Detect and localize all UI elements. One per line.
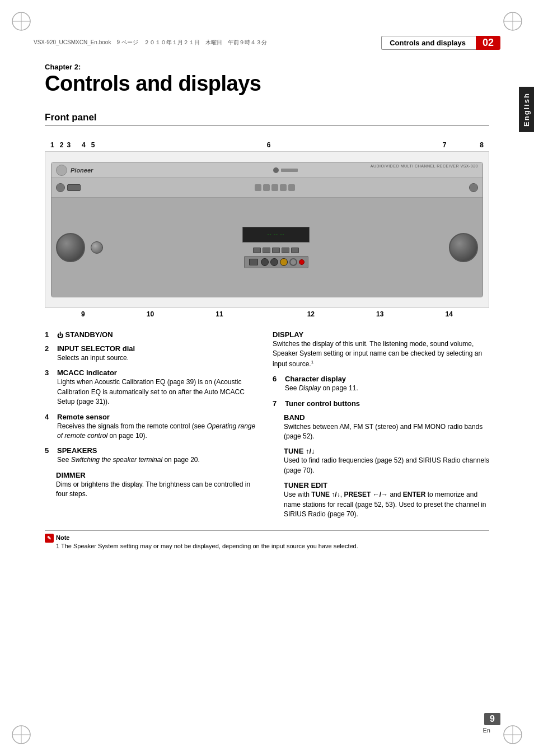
knob-right <box>449 233 478 262</box>
pioneer-logo: Pioneer <box>71 167 93 174</box>
av-btn-2 <box>270 258 278 266</box>
item-3-title: MCACC indicator <box>57 368 117 377</box>
item-6-num: 6 <box>273 375 282 383</box>
item-6-body: See Display on page 11. <box>285 384 489 393</box>
language-tab: English <box>519 87 534 132</box>
num-label-14: 14 <box>446 310 453 318</box>
page-number: 9 <box>484 713 500 725</box>
diagram-numbers-top: 1 2 3 4 5 6 7 8 <box>45 141 489 149</box>
tune-title: TUNE ↑/↓ <box>284 447 489 455</box>
av-btn-1 <box>261 258 269 266</box>
corner-decoration-tl <box>10 10 32 32</box>
knob-left <box>56 233 85 262</box>
item-display: DISPLAY Switches the display of this uni… <box>273 330 489 369</box>
usb-port <box>249 259 258 265</box>
item-7-header: 7 Tuner control buttons <box>273 399 489 408</box>
num-label-12: 12 <box>307 310 315 318</box>
right-column: DISPLAY Switches the display of this uni… <box>273 330 489 525</box>
note-label: Note <box>56 534 69 541</box>
num-label-1: 1 <box>50 141 54 149</box>
num-label-8: 8 <box>480 141 484 149</box>
num-label-10: 10 <box>147 310 154 318</box>
header-title: Controls and displays <box>381 36 476 50</box>
ctrl-btn-5 <box>291 248 299 253</box>
receiver-model: AUDIO/VIDEO MULTI CHANNEL RECEIVER VSX-9… <box>371 164 478 168</box>
display-text: -- -- -- <box>268 232 285 237</box>
item-3-body: Lights when Acoustic Calibration EQ (pag… <box>57 377 261 407</box>
num-label-6: 6 <box>95 141 442 149</box>
tuner-edit-title: TUNER EDIT <box>284 481 489 489</box>
av-btn-3 <box>280 258 288 266</box>
two-col-layout: 1 ⏻ STANDBY/ON 2 INPUT SELECTOR dial Sel… <box>45 330 489 525</box>
page-lang: En <box>483 727 490 734</box>
ctrl-btn-2 <box>263 248 270 253</box>
band-body: Switches between AM, FM ST (stereo) and … <box>284 422 489 442</box>
display-screen: -- -- -- <box>242 227 310 242</box>
front-panel-title: Front panel <box>45 112 489 125</box>
item-2: 2 INPUT SELECTOR dial Selects an input s… <box>45 344 261 363</box>
item-4-header: 4 Remote sensor <box>45 413 261 421</box>
diagram-numbers-bottom: 9 10 11 12 13 14 <box>45 308 489 318</box>
chapter-header: Controls and displays 02 <box>381 36 500 50</box>
num-label-2: 2 <box>60 141 64 149</box>
item-2-header: 2 INPUT SELECTOR dial <box>45 344 261 353</box>
item-5-body: See Switching the speaker terminal on pa… <box>57 455 261 465</box>
num-label-4: 4 <box>82 141 86 149</box>
item-7-num: 7 <box>273 399 282 408</box>
item-1-header: 1 ⏻ STANDBY/ON <box>45 330 261 339</box>
ctrl-btn-3 <box>272 248 280 253</box>
item-6-header: 6 Character display <box>273 375 489 383</box>
note-icon: ✎ <box>45 534 54 543</box>
receiver-body: Pioneer AUDIO/VIDEO MULTI CHANNEL RECEIV… <box>51 162 483 297</box>
tune-body: Used to find radio frequencies (page 52)… <box>284 456 489 475</box>
item-5-header: 5 SPEAKERS <box>45 446 261 455</box>
band-title: BAND <box>284 413 489 422</box>
item-1-num: 1 <box>45 330 54 339</box>
item-3: 3 MCACC indicator Lights when Acoustic C… <box>45 368 261 407</box>
receiver-mid <box>51 178 483 198</box>
corner-decoration-bl <box>10 724 32 746</box>
item-tuner-edit: TUNER EDIT Use with TUNE ↑/↓, PRESET ←/→… <box>284 481 489 519</box>
item-1: 1 ⏻ STANDBY/ON <box>45 330 261 339</box>
corner-decoration-br <box>502 724 524 746</box>
item-5-num: 5 <box>45 446 54 455</box>
item-5-title: SPEAKERS <box>57 446 97 455</box>
item-2-num: 2 <box>45 344 54 353</box>
num-label-11: 11 <box>216 310 223 318</box>
item-dimmer: DIMMER Dims or brightens the display. Th… <box>56 471 261 500</box>
num-label-13: 13 <box>376 310 383 318</box>
front-panel-section: Front panel 1 2 3 4 5 6 7 8 Pioneer <box>45 112 489 318</box>
item-4-title: Remote sensor <box>57 413 110 421</box>
display-body: Switches the display of this unit. The l… <box>273 339 489 369</box>
item-4-body: Receives the signals from the remote con… <box>57 422 261 441</box>
item-6-title: Character display <box>285 375 346 383</box>
tuner-edit-body: Use with TUNE ↑/↓, PRESET ←/→ and ENTER … <box>284 490 489 519</box>
num-label-5: 5 <box>91 141 95 149</box>
item-3-num: 3 <box>45 368 54 377</box>
item-7: 7 Tuner control buttons <box>273 399 489 408</box>
button-row <box>253 248 299 253</box>
chapter-main-title: Controls and displays <box>45 72 261 96</box>
item-4: 4 Remote sensor Receives the signals fro… <box>45 413 261 441</box>
note-section: ✎ Note 1 The Speaker System setting may … <box>45 530 489 550</box>
ctrl-btn-1 <box>253 248 261 253</box>
receiver-top-strip: Pioneer AUDIO/VIDEO MULTI CHANNEL RECEIV… <box>51 162 483 178</box>
note-text: 1 The Speaker System setting may or may … <box>56 543 358 549</box>
dimmer-title: DIMMER <box>56 471 261 479</box>
item-4-num: 4 <box>45 413 54 421</box>
file-info: VSX-920_UCSMXCN_En.book 9 ページ ２０１０年１月２１日… <box>34 39 267 46</box>
item-7-title: Tuner control buttons <box>285 399 360 408</box>
receiver-bottom: -- -- -- <box>51 198 483 297</box>
header-bar: VSX-920_UCSMXCN_En.book 9 ページ ２０１０年１月２１日… <box>34 34 500 52</box>
left-column: 1 ⏻ STANDBY/ON 2 INPUT SELECTOR dial Sel… <box>45 330 261 525</box>
display-title: DISPLAY <box>273 330 489 339</box>
ctrl-btn-4 <box>282 248 289 253</box>
item-1-title: ⏻ STANDBY/ON <box>57 330 113 339</box>
chapter-number: 02 <box>476 36 500 50</box>
corner-decoration-tr <box>502 10 524 32</box>
item-6: 6 Character display See Display on page … <box>273 375 489 393</box>
item-2-title: INPUT SELECTOR dial <box>57 344 135 353</box>
num-label-7: 7 <box>443 141 447 149</box>
num-label-9: 9 <box>81 310 85 318</box>
dimmer-body: Dims or brightens the display. The brigh… <box>56 480 261 500</box>
